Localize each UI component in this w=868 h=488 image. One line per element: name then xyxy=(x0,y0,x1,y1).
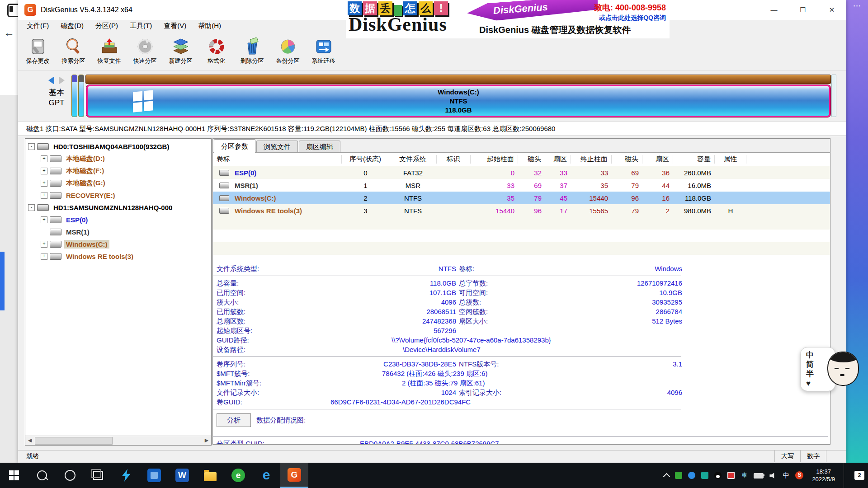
table-row-windows-re[interactable]: Windows RE tools(3) 3 NTFS 15440 96 17 1… xyxy=(213,204,830,217)
tree-item-hd1[interactable]: -HD1:SAMSUNGMZNLN128HAHQ-000 xyxy=(25,202,211,214)
taskbar-word[interactable]: W xyxy=(168,463,196,488)
partition-icon xyxy=(219,208,229,214)
expand-icon[interactable]: + xyxy=(41,168,47,174)
migrate-icon xyxy=(314,38,333,56)
tree-item-hd0[interactable]: -HD0:TOSHIBAMQ04ABF100(932GB) xyxy=(25,141,211,153)
col-filesystem[interactable]: 文件系统 xyxy=(389,155,437,164)
tray-red-app-icon[interactable] xyxy=(727,472,735,479)
start-button[interactable] xyxy=(0,463,28,488)
show-desktop-strip[interactable] xyxy=(844,463,846,488)
layers-icon xyxy=(171,38,190,56)
col-end-sector[interactable]: 扇区 xyxy=(642,155,673,164)
taskbar-search-button[interactable] xyxy=(28,463,56,488)
menu-help[interactable]: 帮助(H) xyxy=(192,22,227,30)
input-language-indicator[interactable]: 中 xyxy=(783,472,789,479)
esp-partition-bar[interactable] xyxy=(71,75,77,117)
menu-partition[interactable]: 分区(P) xyxy=(90,22,124,30)
sogou-ime-icon[interactable]: S xyxy=(795,471,803,479)
scroll-left-arrow-icon[interactable]: ◀ xyxy=(25,436,34,445)
col-start-head[interactable]: 磁头 xyxy=(518,155,545,164)
minimize-button[interactable]: — xyxy=(760,0,788,20)
maximize-button[interactable]: ☐ xyxy=(788,0,817,20)
close-button[interactable]: ✕ xyxy=(817,0,846,20)
tree-horizontal-scrollbar[interactable]: ◀ ▶ xyxy=(25,436,211,445)
ime-status-widget[interactable]: 中 简 半 ♥ xyxy=(800,347,858,392)
windows-partition-bar[interactable]: Windows(C:) NTFS 118.0GB xyxy=(86,85,830,117)
new-partition-button[interactable]: 新建分区 xyxy=(163,32,198,70)
col-end-cylinder[interactable]: 终止柱面 xyxy=(571,155,612,164)
col-start-sector[interactable]: 扇区 xyxy=(545,155,571,164)
tree-item-recovery-e[interactable]: +RECOVERY(E:) xyxy=(25,189,211,202)
taskbar-edge[interactable]: e xyxy=(252,463,280,488)
tray-antivirus-icon[interactable] xyxy=(675,472,682,479)
delete-partition-button[interactable]: 删除分区 xyxy=(234,32,270,70)
search-icon xyxy=(64,38,83,56)
tab-sector-edit[interactable]: 扇区编辑 xyxy=(299,141,340,152)
expand-icon[interactable]: + xyxy=(41,155,47,162)
format-button[interactable]: 格式化 xyxy=(198,32,234,70)
col-volume[interactable]: 卷标 xyxy=(213,155,342,164)
tree-item-disk-f[interactable]: +本地磁盘(F:) xyxy=(25,165,211,177)
recover-files-button[interactable]: 恢复文件 xyxy=(91,32,127,70)
expand-icon[interactable]: + xyxy=(41,192,47,199)
scrollbar-thumb[interactable] xyxy=(35,437,113,445)
col-attributes[interactable]: 属性 xyxy=(715,155,746,164)
next-disk-arrow-icon[interactable] xyxy=(59,76,65,84)
collapse-icon[interactable]: - xyxy=(28,204,35,211)
taskbar-file-explorer[interactable] xyxy=(196,463,224,488)
menu-file[interactable]: 文件(F) xyxy=(21,22,55,30)
tray-snowflake-icon[interactable]: ❄ xyxy=(741,472,748,479)
table-row-msr[interactable]: MSR(1) 1 MSR 33 69 37 35 79 44 16.0MB xyxy=(213,179,830,192)
prev-disk-arrow-icon[interactable] xyxy=(48,76,54,84)
show-hidden-icons-chevron[interactable] xyxy=(663,473,670,480)
notification-badge[interactable]: 2 xyxy=(854,471,864,480)
expand-icon[interactable]: + xyxy=(41,216,47,223)
taskbar-green-browser[interactable]: e xyxy=(224,463,252,488)
tree-item-disk-d[interactable]: +本地磁盘(D:) xyxy=(25,153,211,165)
tree-item-windows-c[interactable]: +Windows(C:) xyxy=(25,238,211,250)
col-start-cylinder[interactable]: 起始柱面 xyxy=(471,155,518,164)
tree-item-disk-g[interactable]: +本地磁盘(G:) xyxy=(25,177,211,189)
menu-disk[interactable]: 磁盘(D) xyxy=(55,22,90,30)
taskbar-clock[interactable]: 18:37 2022/5/9 xyxy=(809,468,838,483)
volume-icon[interactable] xyxy=(769,473,777,479)
tree-item-esp[interactable]: +ESP(0) xyxy=(25,214,211,226)
menu-view[interactable]: 查看(V) xyxy=(158,22,192,30)
tray-blue-circle-icon[interactable] xyxy=(688,472,695,479)
system-migrate-button[interactable]: 系统迁移 xyxy=(306,32,341,70)
col-flag[interactable]: 标识 xyxy=(437,155,471,164)
taskbar-diskgenius-active[interactable]: G xyxy=(280,463,308,488)
window-title: DiskGenius V5.4.3.1342 x64 xyxy=(41,6,132,14)
cortana-button[interactable] xyxy=(56,463,84,488)
analyze-button[interactable]: 分析 xyxy=(217,413,251,427)
battery-icon[interactable] xyxy=(754,473,764,479)
col-end-head[interactable]: 磁头 xyxy=(612,155,642,164)
col-index-status[interactable]: 序号(状态) xyxy=(342,155,389,164)
tree-item-windows-re[interactable]: +Windows RE tools(3) xyxy=(25,250,211,263)
tray-qq-icon[interactable] xyxy=(714,472,722,479)
collapse-icon[interactable]: - xyxy=(28,143,35,150)
quick-partition-button[interactable]: 快速分区 xyxy=(127,32,163,70)
col-capacity[interactable]: 容量 xyxy=(673,155,715,164)
task-view-button[interactable] xyxy=(84,463,112,488)
taskbar-app-blue[interactable] xyxy=(140,463,168,488)
expand-icon[interactable]: + xyxy=(41,241,47,248)
scroll-right-arrow-icon[interactable]: ▶ xyxy=(202,436,211,445)
search-partition-button[interactable]: 搜索分区 xyxy=(56,32,91,70)
menu-tools[interactable]: 工具(T) xyxy=(124,22,158,30)
banner-qq-link[interactable]: 或点击此处选择QQ咨询 xyxy=(594,14,666,22)
ad-banner[interactable]: 数 据 丢 怎 么 ! DiskGenius DiskGenius 致电: 40… xyxy=(346,0,670,38)
tray-teal-app-icon[interactable] xyxy=(701,472,708,479)
expand-icon[interactable]: + xyxy=(41,180,47,187)
msr-partition-bar[interactable] xyxy=(78,75,84,117)
tab-browse-files[interactable]: 浏览文件 xyxy=(256,141,298,152)
save-changes-button[interactable]: 保存更改 xyxy=(20,32,56,70)
table-row-esp[interactable]: ESP(0) 0 FAT32 0 32 33 33 69 36 260.0MB xyxy=(213,166,830,179)
backup-partition-button[interactable]: 备份分区 xyxy=(270,32,306,70)
table-row-windows-selected[interactable]: Windows(C:) 2 NTFS 35 79 45 15440 96 16 … xyxy=(213,192,830,204)
expand-icon[interactable]: + xyxy=(41,253,47,260)
tree-item-msr[interactable]: MSR(1) xyxy=(25,226,211,238)
tab-partition-params[interactable]: 分区参数 xyxy=(214,139,255,153)
taskbar-app-bolt[interactable] xyxy=(112,463,140,488)
disk-strip-bar[interactable] xyxy=(85,75,831,84)
